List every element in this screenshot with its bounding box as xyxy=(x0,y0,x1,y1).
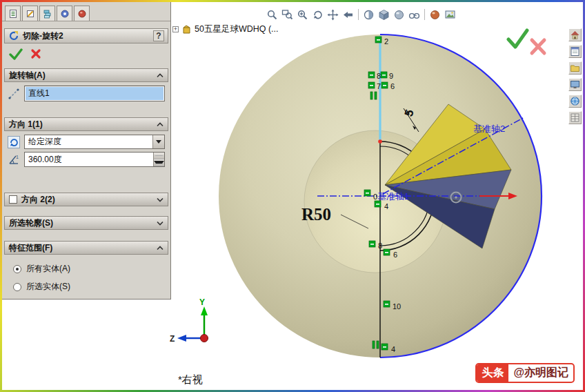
direction2-checkbox[interactable] xyxy=(9,195,17,204)
point-number: 0 xyxy=(373,193,377,201)
point-number: 4 xyxy=(391,345,395,353)
point-number: 9 xyxy=(389,72,393,80)
propertymanager-tab-icon[interactable] xyxy=(5,6,21,21)
section-direction1-label: 方向 1(1) xyxy=(9,119,43,130)
reverse-direction-icon[interactable] xyxy=(8,136,20,148)
point-number: 4 xyxy=(384,202,388,210)
folder-icon[interactable] xyxy=(568,61,582,75)
radius-label[interactable]: R50 xyxy=(301,205,331,224)
end-condition-value: 给定深度 xyxy=(25,136,152,148)
apply-scene-icon[interactable] xyxy=(444,8,457,21)
zoom-to-area-icon[interactable] xyxy=(281,8,294,21)
axis-selection-value: 直线1 xyxy=(28,88,50,99)
point-number: 8 xyxy=(378,242,382,250)
point-number: 7 xyxy=(377,82,381,90)
section-direction1-body: 给定深度 1 360.00度 xyxy=(2,131,170,173)
solidworks-window: 5 R50 基准轴1 基准轴2 xyxy=(2,2,583,390)
datum-axis-1-label[interactable]: 基准轴1 xyxy=(377,191,409,202)
section-scope-body: 所有实体(A) 所选实体(S) xyxy=(2,255,170,302)
screenshot-frame: 5 R50 基准轴1 基准轴2 xyxy=(0,0,585,392)
triad-z-arrow xyxy=(177,335,186,342)
cancel-confirm-icon[interactable] xyxy=(532,40,544,53)
axis-line-icon xyxy=(8,88,20,100)
task-pane-icon[interactable] xyxy=(568,78,582,91)
section-axis-label: 旋转轴(A) xyxy=(9,70,46,81)
help-button[interactable]: ? xyxy=(153,30,164,41)
section-contours-label: 所选轮廓(S) xyxy=(9,217,53,229)
chevron-up-icon xyxy=(157,73,163,78)
chevron-up-icon xyxy=(157,246,163,251)
triad-z-label: Z xyxy=(170,334,175,344)
previous-view-icon[interactable] xyxy=(341,8,355,21)
cut-revolve-icon xyxy=(8,30,19,41)
tree-expand-icon[interactable]: + xyxy=(172,26,179,32)
feature-tree-item[interactable]: + 50五星足球WDHQ (... xyxy=(172,23,279,35)
property-manager-panel: 切除-旋转2 ? 旋转轴(A) xyxy=(2,2,171,300)
dropdown-arrow-button[interactable] xyxy=(152,135,164,148)
feature-title: 切除-旋转2 xyxy=(23,30,63,42)
axis-handle-dot xyxy=(455,196,457,199)
triad-origin xyxy=(201,335,208,342)
selected-bodies-label: 所选实体(S) xyxy=(26,281,70,293)
manager-tabs xyxy=(2,2,170,21)
triad-y-label: Y xyxy=(199,297,205,307)
toolbar-separator xyxy=(424,9,425,20)
spinner-down-button[interactable] xyxy=(154,159,164,166)
configurationmanager-tab-icon[interactable] xyxy=(39,6,55,21)
office-tab-icon[interactable] xyxy=(74,6,90,21)
angle-spinner xyxy=(153,153,164,166)
section-contours-header[interactable]: 所选轮廓(S) xyxy=(4,216,168,230)
watermark-handle: @亦明图记 xyxy=(508,364,573,382)
appearance-globe-icon[interactable] xyxy=(568,95,582,108)
sketch-endpoint[interactable] xyxy=(378,139,382,144)
section-direction2-header[interactable]: 方向 2(2) xyxy=(4,193,168,206)
section-scope-label: 特征范围(F) xyxy=(9,242,52,254)
hide-show-items-icon[interactable] xyxy=(408,8,421,21)
section-axis-header[interactable]: 旋转轴(A) xyxy=(4,68,168,82)
all-bodies-label: 所有实体(A) xyxy=(26,263,70,275)
svg-text:1: 1 xyxy=(16,155,19,159)
axis-selection-field[interactable]: 直线1 xyxy=(24,86,165,101)
pan-icon[interactable] xyxy=(326,8,339,21)
point-number: 2 xyxy=(384,37,388,46)
angle-value: 360.00度 xyxy=(25,153,153,166)
point-number: 10 xyxy=(393,302,401,311)
section-scope-header[interactable]: 特征范围(F) xyxy=(4,241,168,255)
angle-icon: 1 xyxy=(8,153,20,166)
part-icon xyxy=(181,24,192,35)
confirmation-corner xyxy=(502,24,551,59)
home-icon[interactable] xyxy=(568,28,582,41)
ok-button[interactable] xyxy=(8,48,23,60)
view-orientation-icon[interactable] xyxy=(377,8,390,21)
toolbar-separator xyxy=(358,9,359,20)
spinner-up-button[interactable] xyxy=(154,153,164,159)
zoom-to-fit-icon[interactable] xyxy=(266,8,279,21)
chevron-up-icon xyxy=(157,122,163,127)
point-number: 6 xyxy=(390,82,395,90)
confirm-row xyxy=(2,43,170,61)
end-condition-dropdown[interactable]: 给定深度 xyxy=(24,135,165,149)
appearance-tab-icon[interactable] xyxy=(22,6,38,21)
datum-axis-2-label[interactable]: 基准轴2 xyxy=(473,124,505,134)
section-direction2-label: 方向 2(2) xyxy=(21,194,55,206)
rotate-view-icon[interactable] xyxy=(311,8,324,21)
dimxpert-tab-icon[interactable] xyxy=(57,6,72,21)
selected-bodies-radio[interactable] xyxy=(13,283,21,291)
all-bodies-radio[interactable] xyxy=(13,265,21,273)
document-pane-icon[interactable] xyxy=(568,45,582,58)
angle-input[interactable]: 360.00度 xyxy=(24,152,165,167)
chevron-down-icon xyxy=(157,197,163,202)
chevron-down-icon xyxy=(157,221,163,226)
section-view-icon[interactable] xyxy=(362,8,375,21)
custom-properties-icon[interactable] xyxy=(568,111,582,124)
cancel-button[interactable] xyxy=(30,48,41,59)
watermark-badge: 头条 xyxy=(477,364,508,382)
view-orientation-label: *右视 xyxy=(178,373,203,386)
tree-item-label[interactable]: 50五星足球WDHQ (... xyxy=(195,23,279,35)
ok-confirm-icon[interactable] xyxy=(508,30,527,47)
point-number: 8 xyxy=(377,72,381,80)
zoom-in-out-icon[interactable] xyxy=(296,8,309,21)
section-direction1-header[interactable]: 方向 1(1) xyxy=(4,117,168,131)
edit-appearance-icon[interactable] xyxy=(428,8,442,21)
display-style-icon[interactable] xyxy=(393,8,406,21)
